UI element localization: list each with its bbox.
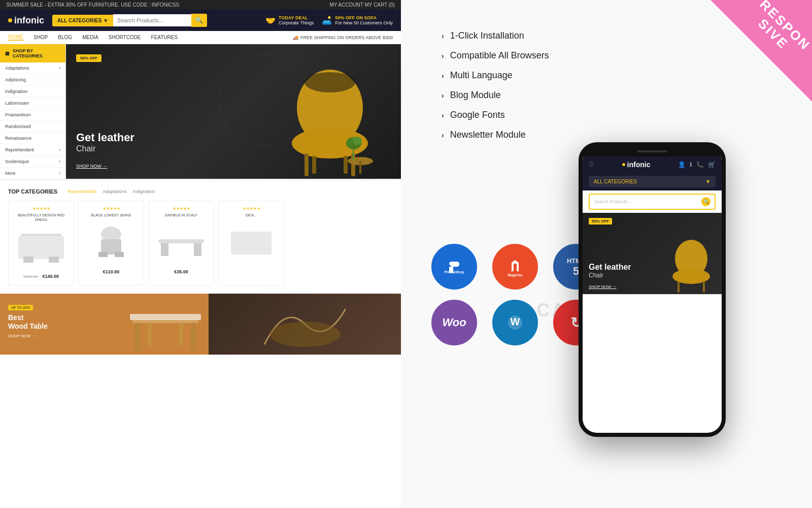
feature-text-6: Newsletter Module — [450, 130, 526, 140]
responsive-badge-container: RESPONSIVE — [700, 0, 812, 112]
phone-hero: 50% OFF Get leather Chair SHOP NOW → — [583, 213, 722, 294]
svg-text:W: W — [511, 316, 520, 327]
svg-rect-21 — [158, 239, 204, 243]
product-img-4 — [226, 221, 277, 262]
prestashop-icon[interactable]: PrestaShop — [431, 244, 477, 290]
deal-2-label: 50% OFF ON SOFA — [335, 15, 393, 20]
product-stars-4: ★★★★★ — [224, 206, 279, 211]
deal-1: 🤝 TODAY DEAL Corporate Things — [265, 15, 314, 25]
product-name-1: BEAUTIFULLY DESIGN RED DRESS — [14, 213, 69, 222]
magento-icon[interactable]: Magento — [492, 244, 538, 290]
feature-arrow-icon-5: › — [442, 111, 444, 119]
nav-media[interactable]: MEDIA — [82, 35, 98, 40]
phone-speaker — [637, 150, 667, 152]
category-dropdown-btn[interactable]: ALL CATEGORIES ▼ — [52, 15, 113, 26]
woo-icon[interactable]: Woo — [431, 300, 477, 345]
main-content: ▦ SHOP BY CATEGORIES Adaptations › Adipi… — [0, 44, 401, 179]
sidebar-item-randomised[interactable]: Randomised — [0, 121, 65, 133]
svg-rect-19 — [98, 252, 108, 257]
nav-shortcode[interactable]: SHORTCODE — [109, 35, 141, 40]
banner-wood: UP TO 20% BestWood Table SHOP NOW → — [0, 294, 209, 355]
phone-logo-text: infonic — [627, 161, 651, 169]
banner-wood-btn[interactable]: SHOP NOW → — [8, 334, 200, 338]
nav-home[interactable]: HOME — [8, 34, 23, 41]
nav-shop[interactable]: SHOP — [33, 35, 48, 40]
feature-text-3: Multi Language — [450, 70, 513, 81]
chevron-down-icon: ▼ — [705, 179, 710, 184]
wordpress-icon[interactable]: W — [492, 300, 538, 345]
hero-subtitle: Chair — [76, 144, 134, 153]
phone-hero-text: Get leather Chair — [589, 263, 631, 279]
svg-rect-16 — [49, 257, 59, 263]
phone-hero-title: Get leather — [589, 263, 631, 272]
sidebar-item-label: Adaptations — [5, 66, 29, 71]
products-grid: ★★★★★ BEAUTIFULLY DESIGN RED DRESS €160.… — [8, 201, 393, 285]
product-img-1 — [16, 226, 66, 267]
svg-rect-5 — [344, 156, 348, 174]
nav-blog[interactable]: BLOG — [58, 35, 72, 40]
phone-notch — [583, 146, 722, 156]
product-price-1: €160.00 €140.00 — [14, 271, 69, 280]
search-input[interactable] — [113, 14, 191, 26]
phone-nav-icons: 👤 ℹ 📞 🛒 — [678, 161, 716, 168]
sidebar-item-reprehenderit[interactable]: Reprehenderit › — [0, 144, 65, 156]
phone-search-icon: 🔍 — [701, 197, 710, 206]
phone-menu-icon: ☰ — [589, 161, 594, 168]
product-current-price-2: €110.00 — [103, 269, 120, 274]
sidebar-item-scelerisque[interactable]: Scelerisque › — [0, 156, 65, 168]
banner-dark — [209, 294, 401, 355]
logo[interactable]: infonic — [8, 15, 44, 26]
phone-dropdown[interactable]: ALL CATEGORIES ▼ — [589, 176, 716, 187]
sidebar-item-label: Indignation — [5, 89, 27, 94]
woo-label: Woo — [442, 316, 466, 329]
sidebar-item-adipiscing[interactable]: Adipiscing — [0, 74, 65, 86]
top-categories-section: TOP CATEGORIES Reprehenderit Adaptations… — [0, 179, 401, 294]
right-panel: RESPONSIVE › 1-Click Installation › Comp… — [401, 0, 812, 508]
announcement-left: SUMMER SALE - EXTRA 30% OFF FURNITURE. U… — [6, 2, 179, 8]
svg-point-32 — [269, 322, 341, 347]
logo-dot — [8, 18, 12, 22]
tab-reprehenderit[interactable]: Reprehenderit — [67, 189, 96, 194]
store-header: infonic ALL CATEGORIES ▼ 🔍 🤝 TODAY DEAL … — [0, 10, 401, 31]
product-card-1: ★★★★★ BEAUTIFULLY DESIGN RED DRESS €160.… — [8, 201, 74, 285]
phone-hero-badge: 50% OFF — [589, 218, 612, 225]
sidebar-item-laboriosam[interactable]: Laboriosam — [0, 98, 65, 109]
phone-logo: infonic — [622, 161, 651, 169]
tab-indignation[interactable]: Indignation — [133, 189, 155, 194]
feature-item-6: › Newsletter Module — [442, 130, 782, 140]
product-card-3: ★★★★★ DAPIBUS IN SCALF €35.00 — [148, 201, 214, 285]
deal-2-sub: For New 50 Customers Only — [335, 20, 393, 25]
svg-rect-14 — [18, 236, 64, 259]
nav-features[interactable]: FEATURES — [151, 35, 178, 40]
sidebar-item-praesentium[interactable]: Praesentium — [0, 109, 65, 121]
hero-shop-now-button[interactable]: SHOP NOW → — [76, 164, 107, 169]
svg-rect-22 — [161, 243, 168, 256]
sidebar-item-label: More — [5, 171, 16, 176]
sidebar-item-indignation[interactable]: Indignation — [0, 86, 65, 98]
sidebar-item-label: Praesentium — [5, 112, 31, 117]
svg-rect-7 — [359, 161, 361, 174]
phone-hero-btn[interactable]: SHOP NOW → — [589, 284, 617, 289]
phone-search-bar[interactable]: Search Products... 🔍 — [589, 194, 716, 210]
header-deals: 🤝 TODAY DEAL Corporate Things 🛋️ 50% OFF… — [265, 15, 393, 25]
sidebar-item-adaptations[interactable]: Adaptations › — [0, 62, 65, 74]
chevron-right-icon: › — [59, 171, 60, 176]
svg-rect-24 — [231, 232, 272, 255]
announcement-bar: SUMMER SALE - EXTRA 30% OFF FURNITURE. U… — [0, 0, 401, 10]
product-current-price-1: €140.00 — [42, 274, 59, 279]
chair-illustration — [274, 67, 386, 179]
phone-info-icon: ℹ — [690, 161, 692, 168]
logo-text: infonic — [14, 15, 44, 26]
announcement-right: MY ACCOUNT MY CART (0) — [329, 2, 395, 8]
banner-wood-badge: UP TO 20% — [8, 305, 33, 310]
sidebar: ▦ SHOP BY CATEGORIES Adaptations › Adipi… — [0, 44, 66, 179]
sidebar-title: SHOP BY CATEGORIES — [13, 48, 60, 58]
sidebar-item-renaissance[interactable]: Renaissance — [0, 133, 65, 144]
phone-header: ☰ infonic 👤 ℹ 📞 🛒 — [583, 156, 722, 173]
product-card-2: ★★★★★ BLACK LOWEST JEANS €110.00 — [78, 201, 144, 285]
search-button[interactable]: 🔍 — [191, 14, 207, 27]
section-title: TOP CATEGORIES — [8, 188, 57, 195]
sidebar-item-more[interactable]: More › — [0, 168, 65, 179]
search-bar: ALL CATEGORIES ▼ 🔍 — [52, 14, 205, 27]
tab-adaptations[interactable]: Adaptations — [103, 189, 127, 194]
